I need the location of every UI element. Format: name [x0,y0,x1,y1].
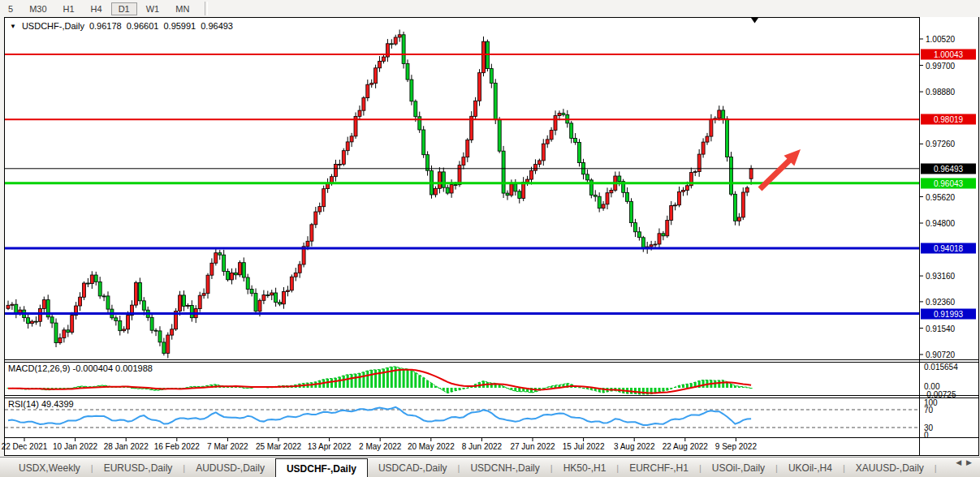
symbol-dropdown-icon[interactable]: ▼ [10,23,16,30]
price-tick-label: 0.91540 [926,324,955,333]
tabbar-spacer [0,458,8,477]
window-border-left [4,17,5,455]
tab-scrollers: ◀▶ [956,458,977,466]
date-label: 28 Jan 2022 [104,442,149,451]
price-tick-label: 0.98880 [926,88,955,97]
tab-scroll-left-icon[interactable]: ◀ [956,458,966,466]
date-axis-border [4,437,979,438]
date-label: 16 Feb 2022 [154,442,200,451]
trading-platform-screen: 5M30H1H4D1W1MN ▼USDCHF-,Daily0.961780.96… [0,0,980,477]
panel-separator [4,362,979,363]
tab-scroll-right-icon[interactable]: ▶ [966,458,977,466]
rsi-label: RSI(14) 49.4399 [8,399,74,409]
price-tick-label: 1.00520 [926,35,955,44]
date-label: 22 Dec 2021 [2,442,48,451]
price-tag-support: 0.96043 [921,178,976,188]
price-axis-line [919,17,920,455]
symbol-label: USDCHF-,Daily [22,21,84,31]
price-tag-support: 0.91993 [921,308,976,319]
date-label: 8 Jun 2022 [462,442,503,451]
price-tag-support: 0.94018 [921,243,976,254]
date-label: 27 Jun 2022 [510,442,555,451]
tab-usoil-daily[interactable]: USOil-,Daily [702,458,775,477]
candlestick-series [6,30,753,359]
price-tick-label: 0.95620 [926,192,955,201]
chart-tab-bar: USDX,Weekly|EURUSD-,Daily|AUDUSD-,DailyU… [0,457,980,477]
date-label: 9 Sep 2022 [715,442,757,451]
quote-high: 0.96601 [127,21,159,31]
last-bar-marker-icon [751,18,758,24]
price-tick-label: 0.94800 [926,219,955,228]
tab-usdcad-daily[interactable]: USDCAD-,Daily [368,458,458,477]
date-label: 15 Jul 2022 [563,442,605,451]
rsi-scale-label: 70 [924,406,933,415]
quote-low: 0.95991 [163,21,196,31]
tab-eurusd-daily[interactable]: EURUSD-,Daily [93,458,183,477]
tab-hk50-h1[interactable]: HK50-,H1 [553,458,617,477]
price-tick-label: 0.92360 [926,297,955,306]
date-label: 25 Mar 2022 [256,442,301,451]
tab-usdchf-daily[interactable]: USDCHF-,Daily [275,458,368,477]
panel-separator [4,398,979,398]
tab-audusd-daily[interactable]: AUDUSD-,Daily [185,458,275,477]
date-label: 3 Aug 2022 [614,442,655,451]
price-tag-current-price: 0.96493 [921,163,976,174]
date-label: 22 Aug 2022 [663,442,708,451]
price-tick-label: 0.93160 [926,272,955,281]
rsi-indicator [5,407,919,428]
tab-xauusd-daily[interactable]: XAUUSD-,Daily [845,458,935,477]
price-tick-label: 0.97260 [926,140,955,148]
chart-title: ▼USDCHF-,Daily0.961780.966010.959910.964… [10,21,233,31]
quote-open: 0.96178 [89,21,122,31]
macd-scale-label: 0.015654 [924,363,958,372]
panel-separator [4,395,979,396]
window-border-bottom [4,455,979,456]
panel-separator [4,359,979,360]
date-label: 10 Jan 2022 [53,442,97,451]
tab-eurchf-h1[interactable]: EURCHF-,H1 [619,458,699,477]
main-chart-area[interactable] [0,0,980,477]
tab-usdx-weekly[interactable]: USDX,Weekly [8,458,91,477]
quote-close: 0.96493 [201,21,233,31]
date-label: 13 Apr 2022 [308,442,352,451]
tab-separator: | [935,458,937,477]
price-tag-resistance: 1.00043 [921,49,976,59]
date-label: 2 May 2022 [359,442,401,451]
price-tick-label: 0.90720 [926,350,955,359]
window-border-top [4,17,920,18]
date-label: 20 May 2022 [408,442,455,451]
date-label: 7 Mar 2022 [207,442,248,451]
macd-label: MACD(12,26,9) -0.000404 0.001988 [8,363,153,373]
tab-usdcnh-daily[interactable]: USDCNH-,Daily [460,458,550,477]
price-tag-resistance: 0.98019 [921,114,976,125]
window-border-right [978,17,979,455]
price-tick-label: 0.99700 [926,61,955,70]
tab-ukoil-h4[interactable]: UKOil-,H4 [778,458,843,477]
